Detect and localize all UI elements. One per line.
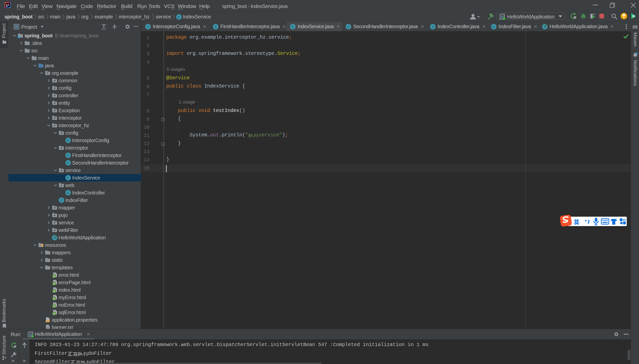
svg-text:H: H [53,290,55,293]
svg-text:Notifications: Notifications [633,60,638,86]
svg-text:Bookmarks: Bookmarks [1,299,7,322]
svg-text:C: C [60,198,63,202]
svg-text:C: C [432,25,434,29]
svg-text:C: C [67,176,69,180]
svg-text:C: C [67,161,69,165]
svg-text:C: C [292,25,294,29]
svg-text:C: C [347,25,350,29]
svg-text:IJ: IJ [6,4,9,6]
svg-text:C: C [147,25,149,29]
svg-text:C: C [67,138,69,142]
svg-text:C: C [178,15,180,19]
svg-text:H: H [53,298,55,300]
svg-text:C: C [493,25,495,29]
svg-text:H: H [53,275,55,278]
svg-text:Project: Project [1,23,7,38]
svg-text:Maven: Maven [633,32,638,46]
svg-text:C: C [67,191,69,195]
svg-text:H: H [53,312,55,315]
svg-text:C: C [67,154,69,157]
svg-text:Structure: Structure [1,336,7,355]
svg-text:C: C [215,25,217,29]
svg-text:H: H [53,305,55,308]
svg-text:H: H [53,282,55,285]
